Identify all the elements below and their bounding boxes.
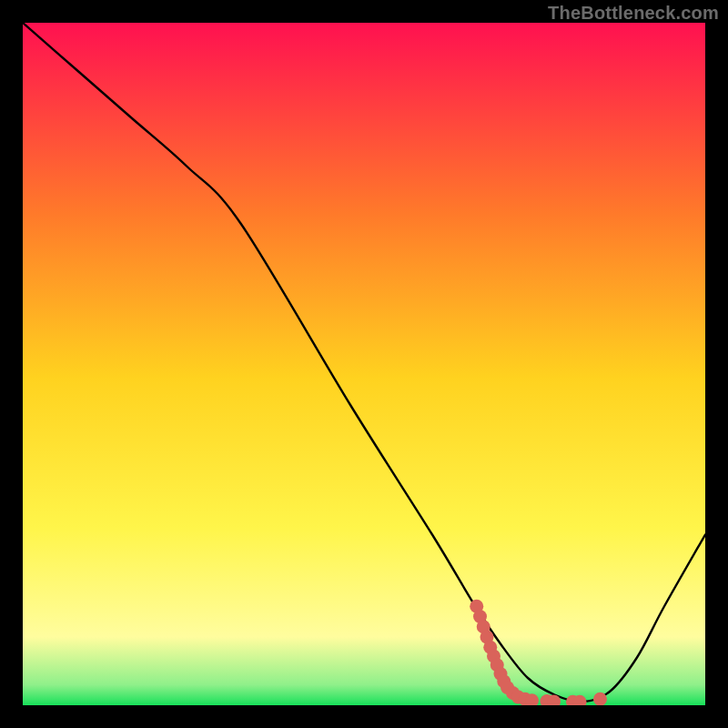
- gradient-background: [23, 23, 705, 705]
- chart-frame: TheBottleneck.com: [0, 0, 728, 728]
- chart-plot-area: [23, 23, 705, 705]
- chart-svg: [23, 23, 705, 705]
- watermark-text: TheBottleneck.com: [548, 3, 719, 24]
